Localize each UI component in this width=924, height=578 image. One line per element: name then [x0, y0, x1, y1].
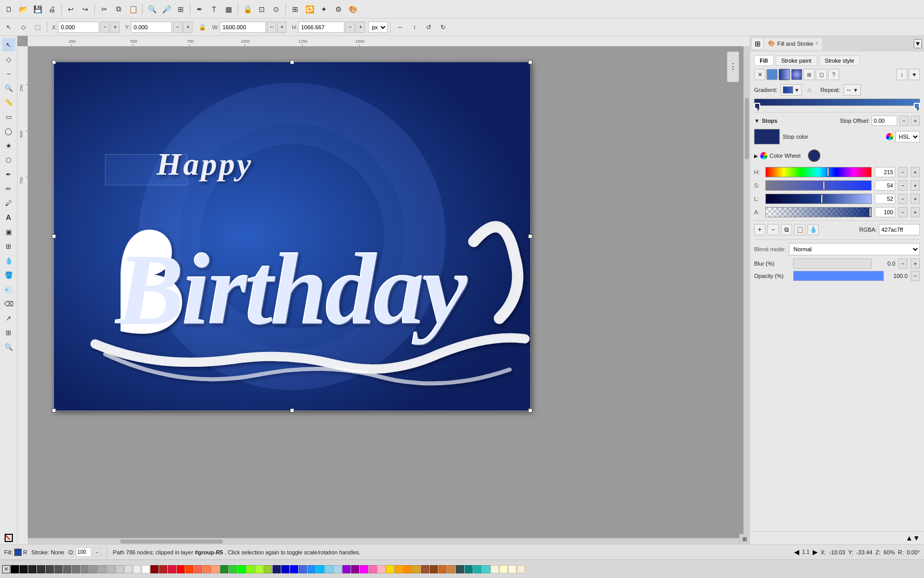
palette-swatch[interactable]	[351, 565, 359, 573]
unset-paint-btn[interactable]: ?	[828, 69, 839, 80]
palette-swatch[interactable]	[220, 565, 228, 573]
palette-swatch[interactable]	[142, 565, 150, 573]
handle-se[interactable]	[528, 408, 532, 413]
pencil-tool[interactable]: ✏	[2, 182, 15, 195]
x-decrement[interactable]: −	[100, 22, 109, 33]
no-color-btn[interactable]: ✕	[2, 565, 10, 573]
palette-swatch[interactable]	[447, 565, 455, 573]
selector-tool[interactable]: ↖	[2, 38, 15, 51]
palette-swatch[interactable]	[159, 565, 167, 573]
pattern-btn[interactable]: ⊞	[803, 69, 815, 80]
paste-btn[interactable]: 📋	[126, 3, 140, 16]
l-slider-track[interactable]	[765, 194, 872, 204]
h-decrement[interactable]: −	[345, 22, 355, 33]
handle-w[interactable]	[52, 234, 56, 238]
fill-stroke-btn[interactable]: 🎨	[346, 3, 359, 16]
text-btn[interactable]: T	[207, 3, 221, 16]
opacity-status-input[interactable]	[76, 548, 91, 557]
y-decrement[interactable]: −	[173, 22, 182, 33]
redo-btn[interactable]: ↪	[79, 3, 92, 16]
palette-swatch[interactable]	[307, 565, 316, 573]
unit-select[interactable]: px	[368, 22, 388, 33]
w-increment[interactable]: +	[277, 22, 286, 33]
spray-tool[interactable]: 💨	[2, 283, 15, 296]
opacity-bar[interactable]	[793, 271, 884, 281]
stop-offset-input[interactable]	[872, 116, 897, 126]
palette-swatch[interactable]	[20, 565, 28, 573]
s-decrement[interactable]: −	[898, 180, 908, 191]
h-increment[interactable]: +	[911, 167, 920, 177]
tweak-tool[interactable]: ~	[2, 67, 15, 80]
star-tool[interactable]: ★	[2, 139, 15, 152]
l-thumb[interactable]	[821, 194, 823, 203]
palette-swatch[interactable]	[194, 565, 202, 573]
open-btn[interactable]: 📂	[16, 3, 30, 16]
s-value-input[interactable]	[875, 180, 895, 191]
a-increment[interactable]: +	[911, 207, 920, 217]
palette-swatch[interactable]	[11, 565, 19, 573]
palette-swatch[interactable]	[273, 565, 281, 573]
palette-swatch[interactable]	[107, 565, 115, 573]
x-increment[interactable]: +	[110, 22, 120, 33]
palette-swatch[interactable]	[203, 565, 211, 573]
objects-panel-btn[interactable]: ⊞	[2, 326, 15, 339]
stop-color-swatch[interactable]	[754, 129, 780, 144]
color-mode-select[interactable]: HSL	[895, 131, 920, 142]
panel-scroll-down[interactable]: ▼	[913, 534, 920, 542]
rgba-input[interactable]	[879, 224, 920, 235]
group-tool[interactable]: ⬚	[31, 21, 44, 34]
handle-e[interactable]	[528, 234, 532, 238]
palette-swatch[interactable]	[255, 565, 263, 573]
palette-swatch[interactable]	[386, 565, 394, 573]
blur-increment[interactable]: +	[911, 258, 920, 269]
palette-swatch[interactable]	[360, 565, 368, 573]
palette-swatch[interactable]	[28, 565, 36, 573]
flat-color-btn[interactable]	[766, 69, 778, 80]
palette-swatch[interactable]	[238, 565, 246, 573]
w-input[interactable]	[220, 22, 266, 33]
stroke-style-tab-btn[interactable]: Stroke style	[819, 55, 860, 66]
zoom-in-btn[interactable]: 🔍	[145, 3, 159, 16]
a-slider-track[interactable]	[765, 207, 872, 217]
rect-tool[interactable]: ▭	[2, 110, 15, 123]
l-value-input[interactable]	[875, 194, 895, 204]
add-stop-btn[interactable]: +	[754, 224, 765, 235]
stops-toggle[interactable]: ▼ Stops	[754, 118, 777, 124]
node-edit-tool[interactable]: ◇	[2, 52, 15, 66]
gradient-tool[interactable]: ▣	[2, 225, 15, 238]
palette-swatch[interactable]	[229, 565, 237, 573]
rotate-ccw-btn[interactable]: ↺	[422, 21, 435, 34]
h-thumb[interactable]	[827, 167, 829, 177]
remove-stop-btn[interactable]: −	[767, 224, 779, 235]
corner-nav[interactable]: ⊞	[739, 534, 749, 544]
fill-tab-btn[interactable]: Fill	[754, 55, 774, 66]
palette-swatch[interactable]	[124, 565, 132, 573]
node-tool[interactable]: ◇	[16, 21, 30, 34]
flip-v-btn[interactable]: ↕	[408, 21, 421, 34]
palette-swatch[interactable]	[421, 565, 429, 573]
palette-swatch[interactable]	[290, 565, 298, 573]
v-scroll-thumb[interactable]	[745, 98, 749, 159]
calligraphy-tool[interactable]: 🖊	[2, 196, 15, 210]
snap-btn[interactable]: 🔒	[241, 3, 254, 16]
handle-ne[interactable]	[528, 60, 532, 64]
handle-n[interactable]	[290, 60, 294, 64]
copy-btn[interactable]: ⧉	[112, 3, 125, 16]
gradient-bar[interactable]	[754, 99, 920, 106]
palette-swatch[interactable]	[334, 565, 342, 573]
palette-swatch[interactable]	[133, 565, 141, 573]
y-input[interactable]	[131, 22, 172, 33]
palette-swatch[interactable]	[72, 565, 80, 573]
canvas-area[interactable]: 200 500 750 1000 1250 1500 250 500	[17, 36, 749, 544]
l-decrement[interactable]: −	[898, 194, 908, 204]
stroke-paint-tab-btn[interactable]: Stroke paint	[776, 55, 817, 66]
l-increment[interactable]: +	[911, 194, 920, 204]
palette-swatch[interactable]	[369, 565, 377, 573]
repeat-type-btn[interactable]: ↔ ▼	[843, 84, 861, 96]
palette-swatch[interactable]	[499, 565, 508, 573]
s-thumb[interactable]	[823, 181, 825, 190]
color-wheel-toggle[interactable]: ▶ Color Wheel	[754, 148, 920, 163]
zoom-tool[interactable]: 🔍	[2, 81, 15, 95]
panel-scroll-up[interactable]: ▲	[906, 534, 913, 542]
palette-swatch[interactable]	[508, 565, 516, 573]
